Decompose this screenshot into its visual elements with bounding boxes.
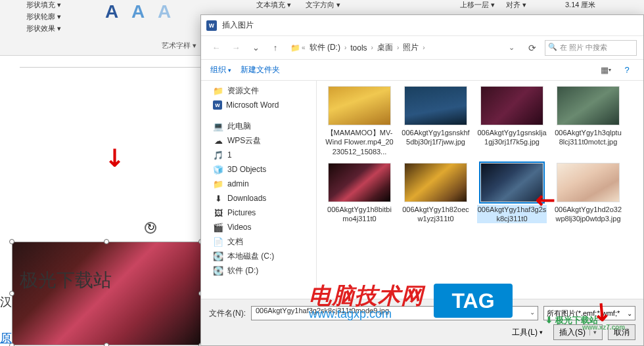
organize-button[interactable]: 组织 ▾ — [210, 64, 231, 76]
nav-recent-button[interactable]: ⌄ — [247, 39, 264, 56]
disk-icon: 💽 — [213, 265, 223, 276]
tree-item[interactable]: 🎬Videos — [201, 220, 316, 234]
wordart-style-2[interactable]: A — [131, 1, 145, 22]
tree-item[interactable]: 🧊3D Objects — [201, 162, 316, 177]
chevron-right-icon: › — [423, 44, 425, 51]
chevron-down-icon[interactable]: ⌄ — [509, 43, 515, 52]
nav-back-button[interactable]: ← — [208, 39, 225, 56]
breadcrumb-item[interactable]: tools — [348, 42, 369, 54]
tree-item-label: Pictures — [227, 208, 256, 217]
file-item[interactable]: 006AkgtYgy1gsnskhf5dbj30rj1f7jww.jpg — [401, 86, 471, 156]
tree-item-label: 1 — [227, 150, 232, 160]
size-input[interactable]: 3.14 厘米 — [565, 0, 595, 10]
tree-item-label: 资源文件 — [227, 85, 259, 97]
file-name-label: 006AkgtYgy1h82oecw1yzj311t0 — [401, 205, 471, 224]
dialog-titlebar[interactable]: w 插入图片 — [201, 15, 643, 36]
vid-icon: 🎬 — [213, 222, 223, 232]
music-icon: 🎵 — [213, 150, 223, 160]
file-thumbnail — [328, 86, 391, 125]
tree-item-label: Videos — [227, 223, 251, 232]
chevron-right-icon: « — [302, 44, 306, 51]
tree-item[interactable]: 🎵1 — [201, 148, 316, 162]
tree-item[interactable]: 🖼Pictures — [201, 205, 316, 220]
inserted-image[interactable] — [12, 242, 201, 345]
dialog-nav: ← → ⌄ ↑ 📁 « 软件 (D:) › tools › 桌面 › 照片 › … — [201, 36, 643, 60]
search-input[interactable]: 在 照片 中搜索 — [545, 40, 637, 56]
file-item[interactable]: 006AkgtYgy1h8bitbimo4j311t0 — [325, 163, 394, 224]
shape-outline-button[interactable]: 形状轮廓 ▾ — [26, 12, 61, 22]
rotate-handle[interactable] — [145, 222, 156, 234]
pic-icon: 🖼 — [213, 207, 223, 218]
text-direction-button[interactable]: 文字方向 ▾ — [306, 0, 340, 10]
breadcrumb-item[interactable]: 软件 (D:) — [307, 41, 343, 54]
file-item[interactable]: 【MAMAMOO】MV- Wind Flower.mp4_20230512_15… — [325, 86, 394, 156]
tree-item[interactable]: 💽本地磁盘 (C:) — [201, 249, 316, 263]
new-folder-button[interactable]: 新建文件夹 — [241, 64, 280, 76]
text-fill-button[interactable]: 文本填充 ▾ — [256, 0, 291, 10]
chevron-right-icon: › — [344, 44, 346, 51]
file-thumbnail — [480, 86, 543, 125]
tree-item[interactable]: 📁资源文件 — [201, 83, 316, 98]
tree-item-label: Downloads — [227, 194, 266, 203]
cancel-button[interactable]: 取消 — [608, 324, 635, 340]
disk-icon: 💽 — [213, 251, 223, 261]
wordart-style-1[interactable]: A — [105, 1, 118, 22]
file-name-label: 006AkgtYgy1gsnsklja1gj30rj1f7k5g.jpg — [477, 128, 547, 147]
file-thumbnail — [557, 163, 620, 202]
chevron-right-icon: › — [397, 44, 399, 51]
word-icon: w — [213, 100, 222, 110]
file-grid[interactable]: 【MAMAMOO】MV- Wind Flower.mp4_20230512_15… — [317, 81, 643, 319]
file-item[interactable]: 006AkgtYgy1gsnsklja1gj30rj1f7k5g.jpg — [477, 86, 547, 156]
dialog-body: 📁资源文件wMicrosoft Word💻此电脑☁WPS云盘🎵1🧊3D Obje… — [201, 81, 643, 319]
down-icon: ⬇ — [213, 193, 223, 204]
tree-item[interactable]: 📁admin — [201, 177, 316, 191]
file-name-label: 006AkgtYgy1gsnskhf5dbj30rj1f7jww.jpg — [401, 128, 471, 147]
shape-fill-button[interactable]: 形状填充 ▾ — [26, 0, 61, 10]
image-watermark-text: 极光下载站 — [20, 268, 112, 293]
tree-item[interactable]: 💽软件 (D:) — [201, 263, 316, 278]
nav-up-button[interactable]: ↑ — [267, 39, 284, 56]
file-item[interactable]: 006AkgtYgy1h3qlptu8lcj311t0motct.jpg — [553, 86, 623, 156]
tree-item-label: 软件 (D:) — [227, 265, 258, 276]
tree-item-label: 文档 — [227, 236, 243, 248]
insert-picture-dialog: w 插入图片 ← → ⌄ ↑ 📁 « 软件 (D:) › tools › 桌面 … — [200, 14, 644, 346]
resize-handle-tl[interactable] — [9, 239, 14, 244]
tree-item[interactable]: 💻此电脑 — [201, 119, 316, 133]
breadcrumb-item[interactable]: 桌面 — [375, 41, 396, 54]
filename-input[interactable]: 006AkgtYgy1haf3g2sk8cj311t0mode9.jpg⌄ — [251, 306, 538, 320]
help-button[interactable]: ? — [620, 63, 634, 77]
breadcrumb[interactable]: 📁 « 软件 (D:) › tools › 桌面 › 照片 › ⌄ — [290, 41, 520, 54]
dialog-title: 插入图片 — [222, 20, 254, 31]
file-item[interactable]: 006AkgtYgy1hd2o32wp8lj30jp0wtdp3.jpg — [553, 163, 623, 224]
bring-forward-button[interactable]: 上移一层 ▾ — [460, 0, 495, 10]
annotation-arrow: ↘ — [99, 141, 132, 174]
folder-tree[interactable]: 📁资源文件wMicrosoft Word💻此电脑☁WPS云盘🎵1🧊3D Obje… — [201, 81, 317, 319]
insert-button[interactable]: 插入(S)▾ — [553, 324, 603, 340]
file-thumbnail — [404, 86, 467, 125]
file-item[interactable]: 006AkgtYgy1h82oecw1yzj311t0 — [401, 163, 471, 224]
resize-handle-bc[interactable] — [104, 343, 109, 346]
tree-item[interactable]: wMicrosoft Word — [201, 98, 316, 112]
tree-item[interactable]: ☁WPS云盘 — [201, 133, 316, 148]
tree-item[interactable]: 📄文档 — [201, 234, 316, 249]
breadcrumb-item[interactable]: 照片 — [400, 41, 421, 54]
resize-handle-tc[interactable] — [104, 239, 109, 244]
tree-item-label: Microsoft Word — [226, 100, 279, 110]
tree-item[interactable]: ⬇Downloads — [201, 191, 316, 205]
align-button[interactable]: 对齐 ▾ — [506, 0, 526, 10]
tree-item-label: WPS云盘 — [227, 135, 261, 146]
wordart-style-3[interactable]: A — [158, 1, 171, 22]
filename-label: 文件名(N): — [209, 308, 246, 319]
tree-item-label: 此电脑 — [227, 121, 251, 132]
file-name-label: 006AkgtYgy1h8bitbimo4j311t0 — [325, 205, 394, 224]
nav-forward-button[interactable]: → — [227, 39, 244, 56]
wordart-label[interactable]: 艺术字样 ▾ — [162, 41, 196, 51]
shape-effect-button[interactable]: 形状效果 ▾ — [26, 24, 61, 33]
file-thumbnail — [328, 163, 391, 202]
file-name-label: 006AkgtYgy1hd2o32wp8lj30jp0wtdp3.jpg — [553, 205, 623, 224]
view-button[interactable]: ▦ ▾ — [599, 63, 613, 77]
refresh-button[interactable]: ⟳ — [522, 39, 542, 56]
folder-icon: 📁 — [213, 85, 223, 96]
tools-button[interactable]: 工具(L) ▾ — [507, 324, 548, 340]
folder-icon: 📁 — [213, 179, 223, 189]
